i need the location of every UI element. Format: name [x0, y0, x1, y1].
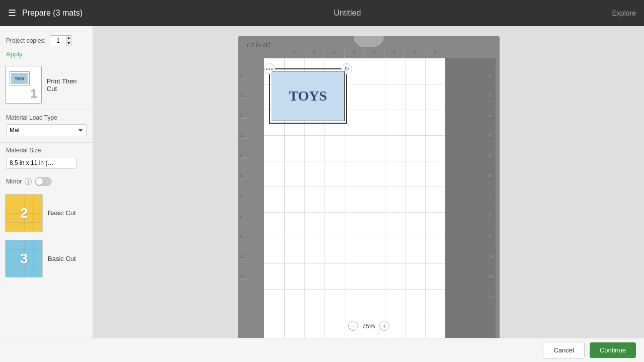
ruler-tick: 1: [264, 50, 284, 58]
zoom-out-button[interactable]: −: [348, 321, 358, 331]
ruler-tick-v: 10: [240, 239, 248, 259]
cancel-button[interactable]: Cancel: [543, 342, 584, 358]
menu-icon[interactable]: ☰: [8, 8, 16, 19]
mini-preview: TOYS: [10, 71, 30, 85]
mat-number-2: 2: [20, 205, 28, 221]
copies-input[interactable]: 1: [50, 36, 66, 46]
mat-label-1: Print Then Cut: [47, 77, 88, 93]
cricut-mat: cricut 1 2 3 4 5 6 7 8 9 1 2: [238, 36, 500, 338]
ruler-tick-v: 9: [240, 219, 248, 239]
material-size-section: Material Size 8.5 in x 11 in (…: [0, 142, 93, 173]
sidebar: Project copies: 1 ▲ ▼ Apply TOYS 1 Print…: [0, 26, 93, 338]
ruler-tick-v: 11: [240, 259, 248, 280]
material-size-select[interactable]: 8.5 in x 11 in (…: [6, 157, 76, 169]
mirror-toggle[interactable]: [35, 177, 52, 186]
mat-label-2: Basic Cut: [48, 209, 76, 217]
ruler-tick: 4: [325, 50, 345, 58]
ruler-left: 1 2 3 4 5 6 7 8 9 10 11: [240, 58, 248, 280]
mat-card-3[interactable]: 3 Basic Cut: [0, 236, 93, 282]
doc-title: Untitled: [334, 9, 361, 18]
zoom-level: 75%: [362, 322, 375, 330]
material-load-title: Material Load Type: [6, 114, 87, 121]
design-inner: TOYS: [272, 71, 345, 121]
ruler-tick-v: 3: [240, 99, 248, 119]
header-title: Prepare (3 mats): [22, 9, 83, 18]
apply-button[interactable]: Apply: [6, 50, 23, 58]
mat-thumbnail-3: 3: [5, 240, 43, 278]
mat-thumbnail-2: 2: [5, 194, 43, 232]
copies-up-button[interactable]: ▲: [67, 36, 71, 41]
mirror-row: Mirror i: [0, 173, 93, 190]
project-copies-row: Project copies: 1 ▲ ▼: [0, 31, 93, 50]
material-load-select[interactable]: Mat: [6, 124, 87, 136]
mat-thumbnail-1: TOYS 1: [5, 66, 42, 104]
canvas-area: cricut 1 2 3 4 5 6 7 8 9 1 2: [93, 26, 644, 338]
zoom-in-button[interactable]: +: [379, 321, 389, 331]
continue-button[interactable]: Continue: [590, 342, 636, 358]
ruler-tick-v: 2: [240, 78, 248, 99]
ruler-top: 1 2 3 4 5 6 7 8 9: [264, 50, 445, 58]
zoom-controls: − 75% +: [342, 319, 395, 333]
ruler-tick-v: 1: [240, 58, 248, 78]
header-left: ☰ Prepare (3 mats): [8, 8, 83, 19]
cricut-bump: [354, 36, 384, 47]
mirror-info-icon[interactable]: i: [25, 178, 32, 185]
header: ☰ Prepare (3 mats) Untitled Explore: [0, 0, 644, 26]
material-size-title: Material Size: [6, 147, 87, 154]
ruler-tick-v: 4: [240, 119, 248, 139]
ruler-tick: 9: [425, 50, 445, 58]
material-load-section: Material Load Type Mat: [0, 110, 93, 140]
explore-link[interactable]: Explore: [612, 9, 636, 17]
ruler-tick-v: 7: [240, 179, 248, 199]
ruler-tick-v: 5: [240, 139, 248, 159]
cricut-logo: cricut: [247, 39, 271, 50]
mat-card-2[interactable]: 2 Basic Cut: [0, 190, 93, 236]
mat-dark-right: 1 2 3 4 5 6 7 8 9 10 11 12: [445, 58, 496, 338]
toggle-knob: [36, 178, 43, 185]
ruler-tick: 8: [405, 50, 425, 58]
main-layout: Project copies: 1 ▲ ▼ Apply TOYS 1 Print…: [0, 26, 644, 338]
cricut-logo-area: cricut: [247, 39, 271, 50]
project-copies-label: Project copies:: [6, 37, 46, 44]
ruler-tick-v: 6: [240, 159, 248, 179]
design-text: TOYS: [289, 88, 327, 104]
design-element[interactable]: ↻ TOYS: [269, 68, 347, 124]
ruler-tick: 5: [345, 50, 365, 58]
copies-down-button[interactable]: ▼: [67, 41, 71, 46]
ruler-tick: 6: [365, 50, 385, 58]
mat-card-1[interactable]: TOYS 1 Print Then Cut: [0, 62, 93, 108]
mat-number-3: 3: [20, 251, 28, 267]
mirror-label: Mirror: [6, 178, 22, 185]
cricut-mat-wrap: cricut 1 2 3 4 5 6 7 8 9 1 2: [238, 36, 500, 338]
ruler-tick: 2: [284, 50, 304, 58]
mat-number-1: 1: [31, 86, 37, 101]
cutting-area: ↻ TOYS: [264, 58, 445, 338]
ruler-tick: 7: [385, 50, 405, 58]
mat-label-3: Basic Cut: [48, 255, 76, 262]
bottom-bar: Cancel Continue: [0, 338, 644, 362]
ruler-tick: 3: [304, 50, 325, 58]
ruler-tick-v: 8: [240, 199, 248, 219]
